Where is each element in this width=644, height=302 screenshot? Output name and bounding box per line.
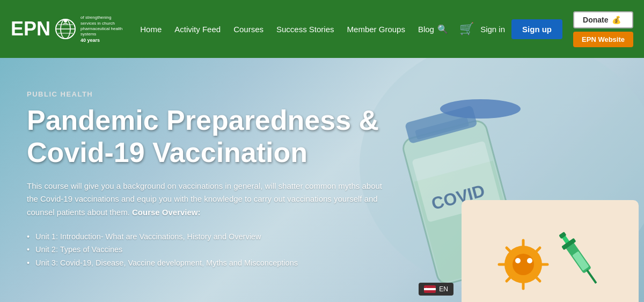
logo-globe-icon: [54, 17, 77, 41]
nav-blog-search: Blog 🔍: [413, 21, 448, 37]
hero-category: PUBLIC HEALTH: [27, 90, 392, 98]
hero-title: Pandemic Preparedness & Covid-19 Vaccina…: [27, 105, 392, 169]
main-nav: Home Activity Feed Courses Success Stori…: [123, 21, 459, 37]
svg-point-5: [64, 19, 67, 23]
hero-description-text: This course will give you a background o…: [27, 181, 382, 217]
search-icon[interactable]: 🔍: [437, 24, 448, 34]
logo-tagline: of strengtheningservices in churchpharma…: [80, 15, 123, 38]
nav-activity-feed[interactable]: Activity Feed: [169, 21, 226, 37]
signup-button[interactable]: Sign up: [511, 19, 562, 39]
logo-epn-text: EPN: [11, 19, 50, 39]
donate-icon: 💰: [612, 16, 621, 24]
donate-label: Donate: [583, 16, 608, 24]
nav-courses[interactable]: Courses: [228, 21, 269, 37]
svg-point-25: [527, 258, 532, 263]
svg-rect-28: [586, 269, 597, 284]
svg-point-15: [513, 254, 534, 275]
hero-content: PUBLIC HEALTH Pandemic Preparedness & Co…: [0, 58, 419, 286]
nav-success-stories[interactable]: Success Stories: [271, 21, 340, 37]
hero-section: COVID PUBLIC HEALTH Pandemic Preparednes…: [0, 58, 644, 302]
list-item: Unit 1: Introduction- What are Vaccinati…: [27, 230, 392, 244]
epn-website-button[interactable]: EPN Website: [573, 32, 633, 47]
nav-blog[interactable]: Blog: [413, 21, 435, 37]
list-item: Unit 3: Covid-19, Disease, Vaccine devel…: [27, 256, 392, 270]
language-badge[interactable]: ★ EN: [419, 283, 453, 296]
language-code: EN: [439, 285, 448, 293]
donate-button[interactable]: Donate 💰: [573, 11, 633, 28]
nav-member-groups[interactable]: Member Groups: [342, 21, 411, 37]
logo-box[interactable]: EPN of strengtheningservices in churchph…: [11, 15, 123, 43]
flag-icon: ★: [424, 285, 436, 293]
course-overview-label: Course Overview:: [132, 208, 201, 217]
site-header: EPN of strengtheningservices in churchph…: [0, 0, 644, 58]
nav-home[interactable]: Home: [135, 21, 167, 37]
cart-icon[interactable]: 🛒: [459, 22, 474, 36]
svg-line-22: [507, 276, 512, 281]
svg-point-13: [440, 99, 521, 119]
course-card: [462, 200, 639, 302]
signin-link[interactable]: Sign in: [480, 25, 505, 34]
svg-line-21: [535, 248, 540, 253]
logo-years: 40 years: [80, 38, 123, 43]
course-card-illustration: [470, 205, 631, 302]
svg-line-23: [535, 276, 540, 281]
list-item: Unit 2: Types of Vaccines: [27, 243, 392, 256]
svg-point-24: [515, 258, 521, 263]
hero-list: Unit 1: Introduction- What are Vaccinati…: [27, 230, 392, 270]
header-right: 🛒 Sign in Sign up Donate 💰 EPN Website: [459, 11, 633, 47]
logo-area: EPN of strengtheningservices in churchph…: [11, 15, 123, 43]
donate-area: Donate 💰 EPN Website: [573, 11, 633, 47]
hero-description: This course will give you a background o…: [27, 180, 392, 219]
svg-line-20: [507, 248, 512, 253]
